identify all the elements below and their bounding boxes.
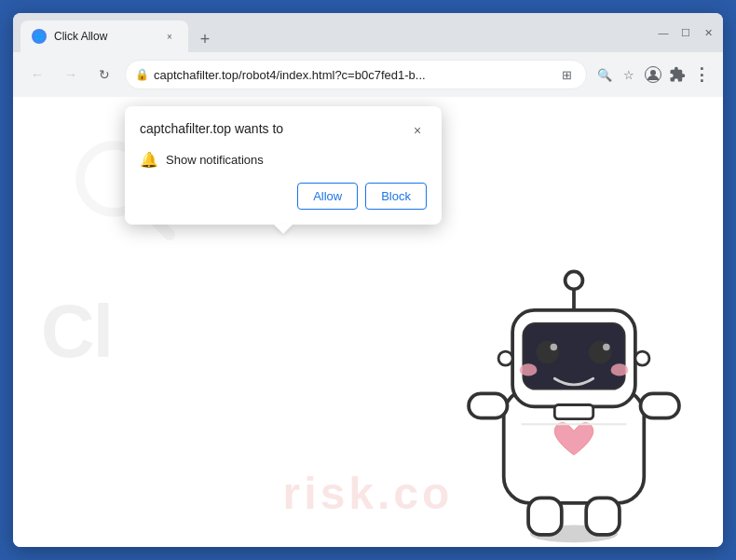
tab-favicon: 🌐 [32,29,47,44]
robot-illustration [443,249,704,547]
permission-text: Show notifications [166,153,264,167]
svg-rect-22 [586,498,620,535]
lock-icon: 🔒 [135,68,148,81]
popup-tail [274,225,293,234]
svg-rect-18 [554,405,593,419]
bookmark-icon[interactable]: ☆ [619,64,639,85]
svg-point-25 [635,351,649,365]
new-tab-button[interactable]: + [192,26,218,52]
bell-icon: 🔔 [140,151,157,168]
notification-popup: captchafilter.top wants to × 🔔 Show noti… [125,106,442,225]
title-bar: 🌐 Click Allow × + — ☐ ✕ [13,13,723,52]
tab-strip: 🌐 Click Allow × + [20,13,650,52]
allow-button[interactable]: Allow [297,183,358,210]
svg-point-12 [551,344,558,351]
svg-point-15 [603,344,610,351]
address-bar[interactable]: 🔒 captchafilter.top/robot4/index.html?c=… [125,60,587,89]
url-text: captchafilter.top/robot4/index.html?c=b0… [154,68,551,82]
watermark-text: risk.co [283,468,454,519]
popup-close-button[interactable]: × [408,121,427,140]
svg-point-17 [611,363,629,376]
nav-right-icons: 🔍 ☆ ⋮ [594,64,712,85]
tab-title: Click Allow [54,30,155,43]
window-close-button[interactable]: ✕ [701,26,716,39]
reload-button[interactable]: ↻ [91,61,117,88]
svg-point-24 [498,351,512,365]
back-button[interactable]: ← [24,61,50,88]
translate-icon[interactable]: ⊞ [556,64,577,85]
profile-icon[interactable] [643,64,663,85]
popup-permission-row: 🔔 Show notifications [140,151,427,168]
bg-heading: Cl [41,289,112,375]
address-icons: ⊞ [556,64,577,85]
svg-rect-21 [528,498,562,535]
window-controls: — ☐ ✕ [656,26,716,39]
block-button[interactable]: Block [365,183,427,210]
page-content: Cl risk.co [13,97,723,547]
tab-close-button[interactable]: × [162,29,177,44]
forward-button[interactable]: → [58,61,84,88]
svg-rect-19 [469,393,507,417]
popup-buttons: Allow Block [140,183,427,210]
svg-point-16 [520,363,538,376]
svg-rect-20 [641,393,679,417]
menu-icon[interactable]: ⋮ [691,64,712,85]
minimize-button[interactable]: — [656,26,671,39]
popup-header: captchafilter.top wants to × [140,121,427,140]
maximize-button[interactable]: ☐ [678,26,693,39]
active-tab[interactable]: 🌐 Click Allow × [20,20,188,52]
extension-icon[interactable] [667,64,688,85]
popup-title: captchafilter.top wants to [140,121,283,136]
browser-window: 🌐 Click Allow × + — ☐ ✕ ← → ↻ 🔒 captchaf… [13,13,723,547]
search-icon[interactable]: 🔍 [594,64,615,85]
svg-point-8 [566,271,583,289]
nav-bar: ← → ↻ 🔒 captchafilter.top/robot4/index.h… [13,52,723,97]
svg-point-1 [650,70,656,75]
